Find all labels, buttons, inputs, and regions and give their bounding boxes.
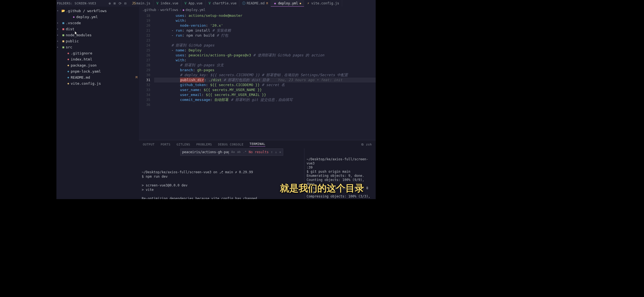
code-line[interactable] <box>154 102 376 107</box>
explorer-toolbar: ⊕ ⊞ ⟳ ⊟ <box>109 1 129 6</box>
line-number: 22 <box>139 33 150 38</box>
code-line[interactable] <box>154 38 376 43</box>
tree-item[interactable]: ◆README.mdM <box>56 74 139 80</box>
git-status-badge: M <box>134 76 139 79</box>
search-result-count: No results <box>249 150 269 154</box>
refresh-icon[interactable]: ⟳ <box>119 1 122 6</box>
folders-header: FOLDERS: SCREEN-VUE3 <box>56 2 109 5</box>
code-line[interactable]: user_email: ${{ secrets.MY_USER_EMAIL }} <box>154 92 376 97</box>
file-type-icon: ◆ <box>71 15 76 19</box>
tree-item[interactable]: ▾📂.github / workflows <box>56 8 139 14</box>
code-line[interactable]: publish_dir: ./dist # 部署打包后的 dist 目录You,… <box>154 78 376 82</box>
panel-tab[interactable]: PORTS <box>161 143 171 146</box>
tree-item-label: pnpm-lock.yaml <box>71 69 134 73</box>
search-input[interactable] <box>182 150 229 154</box>
tree-item-label: .vscode <box>66 21 134 25</box>
file-type-icon: ◆ <box>66 76 71 79</box>
line-number: 24 <box>139 43 150 48</box>
terminal-output: ~/Desktop/ke/axios-full/screen-vue3 on ⎇… <box>142 170 301 199</box>
tree-item-label: public <box>66 39 134 43</box>
code-line[interactable]: with: <box>154 18 376 23</box>
editor-tab[interactable]: ◆deploy.yml● <box>271 0 304 7</box>
match-case-icon[interactable]: Aa <box>231 150 235 154</box>
tree-item[interactable]: ▸■dist <box>56 26 139 32</box>
code-line[interactable]: - name: Deploy <box>154 48 376 53</box>
file-type-icon: ■ <box>61 27 66 31</box>
panel-tab[interactable]: TERMINAL <box>250 142 265 147</box>
tree-item[interactable]: ▸■src <box>56 44 139 50</box>
tree-item[interactable]: ◆.gitignore <box>56 50 139 56</box>
tree-item-label: node_modules <box>66 33 134 37</box>
panel-tab[interactable]: PROBLEMS <box>196 143 212 146</box>
js-icon: JS <box>132 1 135 5</box>
line-number: 31 <box>139 78 150 82</box>
code-line[interactable]: branch: gh-pages <box>154 68 376 73</box>
code-line[interactable]: with: <box>154 58 376 63</box>
editor-tab[interactable]: ⚡vite.config.js <box>304 0 342 7</box>
file-type-icon: ◆ <box>66 57 71 61</box>
yml-icon: ◆ <box>274 1 276 5</box>
chevron-icon: ▸ <box>57 46 61 48</box>
editor-tab[interactable]: VApp.vue <box>181 0 206 7</box>
tree-item[interactable]: ▸■public <box>56 38 139 44</box>
file-type-icon: ■ <box>61 33 66 37</box>
terminal-right[interactable]: ~/Desktop/ke/axios-full/screen-vue3 :39 … <box>304 148 376 199</box>
code-line[interactable]: github_token: ${{ secrets.CICDDEMO }} # … <box>154 82 376 87</box>
search-prev-icon[interactable]: ↑ <box>271 150 273 154</box>
code-line[interactable]: # 部署到 GitHub pages <box>154 43 376 48</box>
line-number: 26 <box>139 53 150 58</box>
chevron-icon: ▾ <box>57 9 61 12</box>
code-line[interactable]: uses: peaceiris/actions-gh-pages@v3 # 使用… <box>154 53 376 58</box>
tree-item[interactable]: ◆vite.config.js <box>56 80 139 86</box>
editor-tab[interactable]: JSmain.js <box>129 0 153 7</box>
editor-tab[interactable]: ⓘREADME.mdM <box>239 0 271 7</box>
regex-icon[interactable]: .* <box>243 150 247 154</box>
search-next-icon[interactable]: ↓ <box>275 150 277 154</box>
tree-item[interactable]: ▸■.vscode <box>56 20 139 26</box>
breadcrumb[interactable]: .github › workflows › ◆ deploy.yml <box>139 7 376 13</box>
breadcrumb-seg[interactable]: workflows <box>160 8 178 12</box>
code-line[interactable]: - run: npm install # 安装依赖 <box>154 28 376 33</box>
tree-item[interactable]: ◆deploy.yml <box>56 14 139 20</box>
file-type-icon: ◆ <box>66 51 71 55</box>
collapse-icon[interactable]: ⊟ <box>124 1 127 6</box>
panel-tab[interactable]: OUTPUT <box>143 143 155 146</box>
code-editor[interactable]: uses: actions/setup-node@master with: no… <box>154 13 376 140</box>
line-number: 21 <box>139 28 150 33</box>
new-file-icon[interactable]: ⊕ <box>109 1 111 6</box>
file-icon: ◆ <box>182 8 184 12</box>
line-number: 32 <box>139 82 150 87</box>
breadcrumb-seg[interactable]: .github <box>142 8 156 12</box>
code-line[interactable]: commit_message: 自动部署 # 部署时的 git 提交信息，自由填… <box>154 97 376 102</box>
code-line[interactable]: - run: npm run build # 打包 <box>154 33 376 38</box>
tree-item[interactable]: ◆index.html <box>56 56 139 62</box>
editor-tab[interactable]: VchartPie.vue <box>206 0 240 7</box>
new-folder-icon[interactable]: ⊞ <box>114 1 116 6</box>
breadcrumb-seg[interactable]: deploy.yml <box>185 8 205 12</box>
editor-tab[interactable]: Vindex.vue <box>153 0 181 7</box>
tree-item-label: vite.config.js <box>71 81 134 86</box>
tree-item[interactable]: ◆package.json <box>56 62 139 68</box>
file-type-icon: 📂 <box>61 9 66 13</box>
tree-item-label: README.md <box>71 75 134 79</box>
md-icon: ⓘ <box>242 1 245 6</box>
file-type-icon: ◆ <box>66 64 71 67</box>
terminal-left[interactable]: Aa ab .* No results ↑ ↓ ✕ ~/Desktop/ke/a… <box>139 148 304 199</box>
match-word-icon[interactable]: ab <box>237 150 241 154</box>
panel-tab[interactable]: GITLENS <box>176 143 190 146</box>
tree-item[interactable]: ◆pnpm-lock.yaml <box>56 68 139 74</box>
vue-icon: V <box>208 1 211 5</box>
line-number: 34 <box>139 92 150 97</box>
code-line[interactable]: node-version: '20.x' <box>154 23 376 28</box>
tree-item[interactable]: ▸■node_modules <box>56 32 139 38</box>
code-line[interactable]: # deploy_key: ${{ secrets.CICDDEMO }} # … <box>154 73 376 78</box>
code-line[interactable]: uses: actions/setup-node@master <box>154 13 376 18</box>
file-type-icon: ◆ <box>66 82 71 85</box>
panel-tab[interactable]: DEBUG CONSOLE <box>218 143 244 146</box>
editor-tabs: JSmain.jsVindex.vueVApp.vueVchartPie.vue… <box>129 0 376 7</box>
code-line[interactable]: # 部署到 gh-pages 分支 <box>154 63 376 68</box>
terminal-shell-icon[interactable]: ⧉ <box>361 143 364 146</box>
search-close-icon[interactable]: ✕ <box>279 150 281 154</box>
code-line[interactable]: user_name: ${{ secrets.MY_USER_NAME }} <box>154 87 376 92</box>
line-number: 33 <box>139 87 150 92</box>
